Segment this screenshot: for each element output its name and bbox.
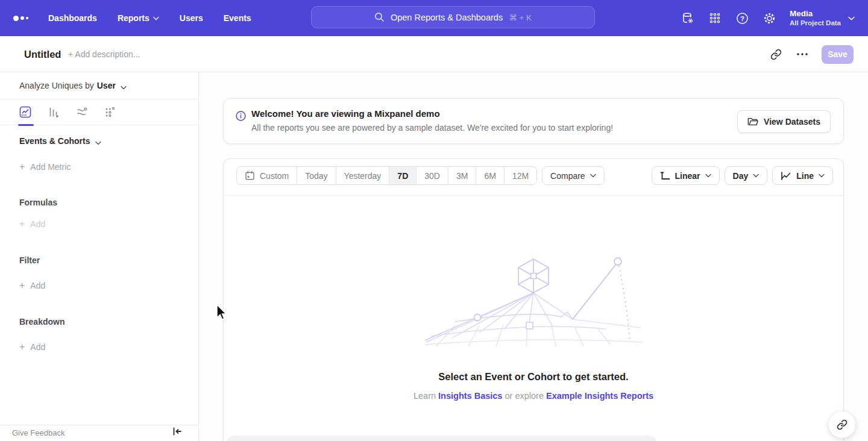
- range-yesterday[interactable]: Yesterday: [336, 167, 390, 184]
- settings-gear-icon[interactable]: [763, 11, 776, 25]
- chart-type-dropdown[interactable]: Line: [772, 166, 833, 185]
- view-datasets-label: View Datasets: [764, 117, 820, 127]
- plus-icon: +: [19, 342, 25, 352]
- banner-title: Welcome! You are viewing a Mixpanel demo: [251, 108, 440, 119]
- date-range-selector: Custom Today Yesterday 7D 30D 3M 6M 12M: [236, 166, 537, 185]
- plus-icon: +: [19, 161, 25, 172]
- nav-users-label: Users: [180, 13, 203, 23]
- data-management-icon[interactable]: [681, 11, 694, 25]
- plus-icon: +: [19, 280, 25, 291]
- range-12m[interactable]: 12M: [505, 167, 536, 184]
- formulas-heading: Formulas: [19, 196, 57, 208]
- project-switcher[interactable]: Media All Project Data: [790, 8, 855, 28]
- copy-link-icon[interactable]: [769, 47, 783, 61]
- range-today-label: Today: [305, 171, 327, 181]
- add-formula-button[interactable]: +Add: [19, 218, 45, 230]
- chart-type-label: Line: [796, 171, 814, 181]
- view-datasets-button[interactable]: View Datasets: [737, 110, 831, 133]
- search-shortcut: ⌘ + K: [509, 13, 532, 22]
- nav-users[interactable]: Users: [180, 13, 203, 23]
- insights-basics-link[interactable]: Insights Basics: [438, 391, 502, 401]
- query-sidebar: Analyze Uniques byUser Events & Cohorts …: [0, 72, 199, 441]
- report-description-placeholder[interactable]: + Add description...: [68, 36, 140, 72]
- sidebar-footer: Give Feedback: [0, 425, 198, 441]
- range-7d-selected[interactable]: 7D: [389, 167, 417, 184]
- save-button[interactable]: Save: [822, 45, 854, 64]
- insights-report-card: Custom Today Yesterday 7D 30D 3M 6M 12M …: [223, 158, 844, 441]
- range-6m-label: 6M: [484, 171, 495, 181]
- nav-utilities: ? Media All Project Data: [681, 0, 855, 36]
- primary-nav: Dashboards Reports Users Events: [48, 0, 251, 36]
- events-cohorts-heading[interactable]: Events & Cohorts: [19, 135, 101, 147]
- project-name: Media: [790, 8, 841, 19]
- line-chart-icon: [781, 171, 791, 181]
- share-link-fab[interactable]: [829, 411, 855, 438]
- compare-label: Compare: [550, 171, 585, 181]
- top-navigation: Dashboards Reports Users Events Open Rep…: [0, 0, 868, 36]
- nav-dashboards[interactable]: Dashboards: [48, 13, 97, 23]
- dots-grid-icon: [104, 106, 116, 118]
- bar-chart-icon: [48, 106, 60, 118]
- add-metric-button[interactable]: +Add Metric: [19, 161, 71, 173]
- chevron-down-icon: [153, 16, 159, 20]
- collapse-sidebar-icon[interactable]: [172, 427, 182, 438]
- main-content: Welcome! You are viewing a Mixpanel demo…: [199, 72, 868, 441]
- global-search[interactable]: Open Reports & Dashboards ⌘ + K: [311, 6, 595, 28]
- linear-axis-icon: [660, 171, 670, 181]
- empty-state-title: Select an Event or Cohort to get started…: [224, 371, 843, 383]
- nav-reports[interactable]: Reports: [118, 13, 159, 23]
- tab-retention-grid[interactable]: [104, 106, 116, 118]
- learn-prefix: Learn: [414, 391, 436, 401]
- welcome-banner: Welcome! You are viewing a Mixpanel demo…: [223, 98, 844, 144]
- nav-events[interactable]: Events: [224, 13, 251, 23]
- more-options-icon[interactable]: [795, 47, 810, 61]
- analyze-value[interactable]: User: [97, 81, 116, 90]
- chevron-down-icon: [819, 174, 825, 178]
- range-7d-label: 7D: [397, 171, 408, 181]
- add-filter-button[interactable]: +Add: [19, 280, 45, 292]
- empty-state-illustration: [419, 254, 648, 348]
- scale-label: Linear: [675, 171, 700, 181]
- range-30d[interactable]: 30D: [417, 167, 448, 184]
- apps-grid-icon[interactable]: [708, 11, 722, 25]
- info-icon: [236, 111, 246, 124]
- analyze-uniques-row[interactable]: Analyze Uniques byUser: [0, 72, 198, 99]
- chevron-down-icon: [95, 141, 101, 145]
- interval-label: Day: [733, 171, 749, 181]
- add-breakdown-label: Add: [30, 341, 45, 353]
- report-title[interactable]: Untitled: [24, 36, 61, 72]
- report-actions: Save: [769, 36, 854, 72]
- chevron-down-icon: [848, 16, 855, 20]
- tab-flows-chart[interactable]: [76, 106, 88, 118]
- tab-bar-chart[interactable]: [48, 106, 60, 118]
- chart-display-controls: Linear Day Line: [652, 166, 833, 185]
- compare-dropdown[interactable]: Compare: [542, 166, 605, 185]
- nav-dashboards-label: Dashboards: [48, 13, 97, 23]
- chevron-down-icon: [753, 174, 759, 178]
- range-12m-label: 12M: [512, 171, 529, 181]
- add-filter-label: Add: [30, 280, 45, 292]
- give-feedback-link[interactable]: Give Feedback: [12, 428, 64, 437]
- search-placeholder: Open Reports & Dashboards: [391, 13, 503, 22]
- add-formula-label: Add: [30, 218, 45, 230]
- chevron-down-icon: [121, 86, 127, 90]
- range-3m-label: 3M: [456, 171, 468, 181]
- mixpanel-logo[interactable]: [13, 0, 28, 36]
- help-icon[interactable]: ?: [735, 11, 749, 25]
- insights-chart-icon: [19, 106, 31, 118]
- range-3m[interactable]: 3M: [448, 167, 476, 184]
- chart-type-tabs: [0, 99, 198, 125]
- filter-heading: Filter: [19, 254, 40, 266]
- range-6m[interactable]: 6M: [476, 167, 504, 184]
- range-today[interactable]: Today: [297, 167, 336, 184]
- scale-dropdown[interactable]: Linear: [652, 166, 720, 185]
- project-scope: All Project Data: [790, 19, 841, 28]
- example-reports-link[interactable]: Example Insights Reports: [546, 391, 653, 401]
- range-30d-label: 30D: [424, 171, 440, 181]
- range-custom[interactable]: Custom: [237, 167, 297, 184]
- tab-insights-line[interactable]: [19, 106, 31, 118]
- interval-dropdown[interactable]: Day: [725, 166, 768, 185]
- controls-divider: [224, 195, 843, 196]
- add-breakdown-button[interactable]: +Add: [19, 341, 45, 353]
- events-cohorts-label: Events & Cohorts: [19, 136, 90, 146]
